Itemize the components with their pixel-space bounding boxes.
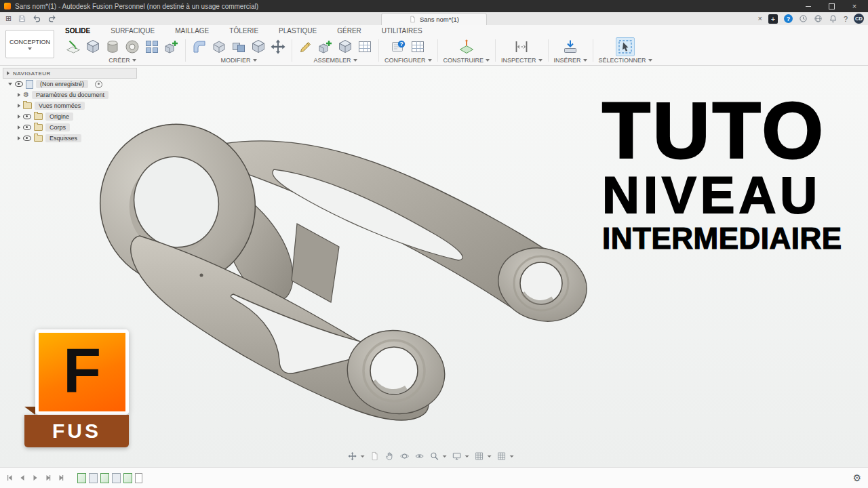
chevron-right-icon[interactable]	[18, 136, 20, 140]
combine-icon[interactable]	[231, 39, 247, 55]
tab-solide[interactable]: SOLIDE	[65, 27, 90, 35]
close-tab-icon[interactable]: ×	[757, 15, 762, 22]
zoom-icon[interactable]	[430, 451, 439, 461]
maximize-icon	[829, 3, 835, 9]
rigid-group-icon[interactable]	[337, 39, 353, 55]
configuration-icon[interactable]	[390, 39, 406, 55]
chevron-down-icon[interactable]	[510, 455, 514, 458]
help-icon[interactable]: ?	[844, 15, 848, 23]
grid-settings-icon[interactable]	[475, 451, 484, 461]
chevron-right-icon[interactable]	[18, 104, 20, 108]
group-label-configurer[interactable]: CONFIGURER	[384, 57, 432, 64]
tab-surfacique[interactable]: SURFACIQUE	[111, 27, 155, 35]
maximize-button[interactable]	[822, 0, 841, 12]
job-status-icon[interactable]: ?	[784, 14, 793, 23]
close-button[interactable]: ×	[845, 0, 864, 12]
chevron-down-icon[interactable]	[443, 455, 447, 458]
chevron-down-icon[interactable]	[465, 455, 469, 458]
timeline-feature-extrude[interactable]	[112, 473, 121, 483]
select-tool-active[interactable]	[616, 37, 635, 56]
tab-plastique[interactable]: PLASTIQUE	[279, 27, 317, 35]
timeline-step-forward-button[interactable]	[44, 474, 52, 482]
orbit-icon[interactable]	[400, 451, 410, 461]
look-at-icon[interactable]	[415, 451, 425, 461]
timeline-feature-extrude[interactable]	[89, 473, 98, 483]
group-label-text: SÉLECTIONNER	[599, 57, 646, 64]
visibility-eye-icon[interactable]	[23, 125, 31, 130]
user-avatar[interactable]: CD	[854, 14, 864, 24]
timeline-end-marker[interactable]	[135, 473, 142, 483]
fit-view-icon[interactable]	[348, 451, 357, 461]
create-sketch-icon[interactable]	[65, 39, 81, 55]
document-tab[interactable]: Sans nom*(1)	[381, 13, 487, 25]
bom-table-icon[interactable]	[357, 39, 373, 55]
online-status-icon[interactable]	[814, 14, 823, 23]
group-label-selectionner[interactable]: SÉLECTIONNER	[599, 57, 652, 64]
viewports-icon[interactable]	[497, 451, 507, 461]
tree-row-root[interactable]: (Non enregistré)	[3, 79, 137, 89]
torus-primitive-icon[interactable]	[124, 39, 140, 55]
pan-hand-icon[interactable]	[385, 451, 395, 461]
tree-row-bodies[interactable]: Corps	[3, 122, 137, 133]
tree-row-document-settings[interactable]: ⚙ Paramètres du document	[3, 89, 137, 100]
document-icon	[409, 16, 416, 23]
activate-component-radio[interactable]	[95, 81, 102, 88]
minimize-button[interactable]	[799, 0, 818, 12]
timeline-play-button[interactable]	[31, 474, 39, 482]
shell-icon[interactable]	[211, 39, 227, 55]
tab-gerer[interactable]: GÉRER	[337, 27, 361, 35]
chevron-right-icon[interactable]	[18, 93, 20, 97]
configuration-table-icon[interactable]	[410, 39, 426, 55]
tab-tolerie[interactable]: TÔLERIE	[229, 27, 258, 35]
navigator-header[interactable]: NAVIGATEUR	[3, 68, 137, 79]
group-label-modifier[interactable]: MODIFIER	[221, 57, 257, 64]
group-label-assembler[interactable]: ASSEMBLER	[313, 57, 357, 64]
timeline-step-back-button[interactable]	[18, 474, 26, 482]
chevron-down-icon[interactable]	[361, 455, 365, 458]
press-pull-icon[interactable]	[250, 39, 267, 55]
notifications-bell-icon[interactable]	[829, 14, 837, 23]
fillet-icon[interactable]	[191, 39, 208, 55]
tree-row-sketches[interactable]: Esquisses	[3, 133, 137, 144]
cylinder-primitive-icon[interactable]	[104, 39, 121, 55]
move-copy-icon[interactable]	[270, 39, 286, 55]
undo-icon[interactable]	[33, 14, 41, 23]
chevron-right-icon[interactable]	[18, 115, 20, 119]
new-tab-button[interactable]: +	[768, 14, 778, 24]
chevron-down-icon[interactable]	[8, 83, 12, 85]
timeline-skip-start-button[interactable]	[5, 474, 14, 482]
apps-grid-icon[interactable]: ⊞	[5, 15, 12, 22]
pattern-icon[interactable]	[144, 39, 160, 55]
group-label-creer[interactable]: CRÉER	[108, 57, 136, 64]
visibility-eye-icon[interactable]	[23, 136, 31, 141]
create-joint-icon[interactable]	[298, 39, 314, 55]
construction-plane-icon[interactable]	[458, 39, 475, 55]
workspace-selector[interactable]: CONCEPTION	[5, 30, 54, 58]
insert-icon[interactable]	[562, 39, 578, 55]
new-body-icon[interactable]	[163, 39, 180, 55]
display-settings-icon[interactable]	[452, 451, 462, 461]
tab-utilitaires[interactable]: UTILITAIRES	[382, 27, 422, 35]
timeline-feature-sketch[interactable]	[100, 473, 109, 483]
settings-gear-icon[interactable]: ⚙	[852, 472, 861, 483]
new-component-icon[interactable]	[317, 39, 334, 55]
save-icon[interactable]	[18, 14, 26, 23]
redo-icon[interactable]	[47, 14, 56, 23]
chevron-down-icon[interactable]	[488, 455, 492, 458]
group-label-inserer[interactable]: INSÉRER	[554, 57, 587, 64]
timeline-feature-sketch[interactable]	[123, 473, 132, 483]
named-views-icon[interactable]	[370, 451, 380, 461]
timeline-skip-end-button[interactable]	[57, 474, 65, 482]
box-primitive-icon[interactable]	[85, 39, 101, 55]
timeline-feature-sketch[interactable]	[77, 473, 86, 483]
history-clock-icon[interactable]	[799, 14, 808, 23]
tree-row-origin[interactable]: Origine	[3, 111, 137, 122]
tab-maillage[interactable]: MAILLAGE	[175, 27, 209, 35]
group-label-inspecter[interactable]: INSPECTER	[501, 57, 542, 64]
visibility-eye-icon[interactable]	[15, 81, 23, 87]
chevron-right-icon[interactable]	[18, 125, 20, 129]
tree-row-named-views[interactable]: Vues nommées	[3, 100, 137, 111]
visibility-eye-icon[interactable]	[23, 114, 31, 119]
group-label-construire[interactable]: CONSTRUIRE	[443, 57, 490, 64]
measure-icon[interactable]	[513, 39, 530, 55]
